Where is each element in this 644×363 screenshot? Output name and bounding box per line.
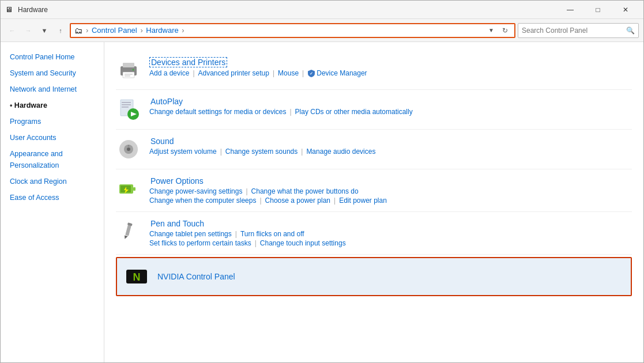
category-sound: Sound Adjust system volume | Change syst… (116, 130, 632, 169)
nvidia-row[interactable]: N NVIDIA Control Panel (116, 257, 632, 296)
devices-printers-title[interactable]: Devices and Printers (149, 57, 227, 67)
change-power-saving-link[interactable]: Change power-saving settings (149, 187, 242, 195)
svg-rect-10 (122, 107, 129, 108)
address-hardware[interactable]: Hardware (146, 26, 178, 35)
main-panel: Devices and Printers Add a device | Adva… (104, 42, 643, 362)
svg-rect-18 (133, 187, 135, 191)
window-icon: 🖥 (5, 5, 14, 14)
sidebar-item-ease-of-access[interactable]: Ease of Access (1, 190, 104, 206)
sep7: | (246, 187, 247, 195)
turn-flicks-link[interactable]: Turn flicks on and off (240, 230, 304, 238)
power-links-row2: Change when the computer sleeps | Choose… (149, 196, 632, 205)
address-dropdown-button[interactable]: ▼ (485, 25, 497, 36)
pen-touch-icon (116, 219, 141, 244)
change-default-link[interactable]: Change default settings for media or dev… (149, 108, 286, 116)
content: Control Panel Home System and Security N… (1, 42, 643, 362)
window: 🖥 Hardware — □ ✕ ← → ▼ ↑ 🗂 › Control Pan… (0, 0, 644, 363)
sep5: | (220, 148, 222, 156)
manage-audio-link[interactable]: Manage audio devices (306, 148, 375, 156)
sep1: | (193, 69, 194, 77)
back-button[interactable]: ← (5, 24, 19, 37)
sidebar-item-hardware[interactable]: Hardware (1, 97, 104, 114)
sep6: | (301, 148, 303, 156)
restore-button[interactable]: □ (585, 1, 611, 19)
advanced-printer-link[interactable]: Advanced printer setup (198, 69, 269, 77)
category-pen-touch: Pen and Touch Change tablet pen settings… (116, 212, 632, 255)
sep9: | (334, 196, 336, 205)
svg-point-15 (127, 148, 130, 151)
edit-power-plan-link[interactable]: Edit power plan (339, 196, 387, 205)
sound-title[interactable]: Sound (149, 137, 175, 146)
svg-rect-4 (125, 75, 130, 77)
svg-rect-9 (122, 104, 131, 105)
svg-rect-2 (123, 72, 134, 78)
power-buttons-link[interactable]: Change what the power buttons do (251, 187, 359, 195)
close-button[interactable]: ✕ (612, 1, 639, 19)
minimize-button[interactable]: — (557, 1, 583, 19)
window-title: Hardware (18, 6, 48, 14)
address-bar: 🗂 › Control Panel › Hardware › ▼ ↻ (70, 23, 515, 38)
sep11: | (255, 239, 257, 247)
change-sounds-link[interactable]: Change system sounds (225, 148, 297, 156)
sidebar-item-control-panel-home[interactable]: Control Panel Home (1, 49, 104, 65)
mouse-link[interactable]: Mouse (278, 69, 299, 77)
power-title[interactable]: Power Options (149, 176, 205, 186)
sidebar-item-programs[interactable]: Programs (1, 114, 104, 130)
sidebar-item-appearance[interactable]: Appearance and Personalization (1, 146, 104, 173)
touch-input-link[interactable]: Change touch input settings (260, 239, 346, 247)
sound-content: Sound Adjust system volume | Change syst… (149, 137, 632, 156)
add-device-link[interactable]: Add a device (149, 69, 189, 77)
search-input[interactable] (522, 27, 624, 35)
svg-text:N: N (133, 271, 141, 283)
choose-power-plan-link[interactable]: Choose a power plan (265, 196, 330, 205)
shield-icon: ✓ (307, 69, 315, 77)
svg-rect-3 (125, 74, 133, 75)
adjust-volume-link[interactable]: Adjust system volume (149, 148, 217, 156)
sidebar-item-system-security[interactable]: System and Security (1, 65, 104, 81)
tablet-pen-link[interactable]: Change tablet pen settings (149, 230, 232, 238)
svg-rect-1 (123, 63, 134, 67)
title-controls: — □ ✕ (557, 1, 639, 19)
device-manager-link[interactable]: Device Manager (317, 69, 367, 77)
svg-rect-8 (122, 102, 131, 103)
autoplay-content: AutoPlay Change default settings for med… (149, 97, 632, 116)
title-bar-left: 🖥 Hardware (5, 5, 48, 14)
nav-bar: ← → ▼ ↑ 🗂 › Control Panel › Hardware › ▼… (1, 19, 643, 42)
svg-marker-22 (123, 236, 127, 240)
sidebar-item-network-internet[interactable]: Network and Internet (1, 81, 104, 97)
svg-point-16 (128, 145, 130, 147)
devices-printers-icon (116, 57, 141, 82)
sep10: | (235, 230, 237, 238)
computer-sleeps-link[interactable]: Change when the computer sleeps (149, 196, 256, 205)
svg-text:✓: ✓ (310, 71, 313, 75)
address-refresh-button[interactable]: ↻ (499, 25, 511, 36)
category-autoplay: AutoPlay Change default settings for med… (116, 90, 632, 130)
pen-touch-links-row2: Set flicks to perform certain tasks | Ch… (149, 239, 632, 247)
power-icon (116, 176, 141, 202)
sidebar-item-clock-region[interactable]: Clock and Region (1, 173, 104, 190)
sidebar-item-user-accounts[interactable]: User Accounts (1, 130, 104, 146)
sidebar: Control Panel Home System and Security N… (1, 42, 104, 362)
pen-touch-content: Pen and Touch Change tablet pen settings… (149, 219, 632, 247)
power-content: Power Options Change power-saving settin… (149, 176, 632, 205)
play-cds-link[interactable]: Play CDs or other media automatically (295, 108, 413, 116)
sep4: | (289, 108, 291, 116)
up-button[interactable]: ↑ (54, 24, 67, 37)
dropdown-button[interactable]: ▼ (37, 24, 51, 37)
title-bar: 🖥 Hardware — □ ✕ (1, 1, 643, 19)
set-flicks-link[interactable]: Set flicks to perform certain tasks (149, 239, 251, 247)
sound-icon (116, 137, 141, 162)
autoplay-title[interactable]: AutoPlay (149, 97, 184, 106)
search-box: 🔍 (518, 23, 639, 38)
sound-links: Adjust system volume | Change system sou… (149, 148, 632, 156)
pen-touch-title[interactable]: Pen and Touch (149, 219, 205, 228)
address-path: › Control Panel › Hardware › (85, 26, 483, 35)
devices-printers-content: Devices and Printers Add a device | Adva… (149, 57, 632, 77)
autoplay-links: Change default settings for media or dev… (149, 108, 632, 116)
category-power: Power Options Change power-saving settin… (116, 169, 632, 212)
svg-point-5 (133, 69, 134, 71)
forward-button[interactable]: → (21, 24, 35, 37)
address-control-panel[interactable]: Control Panel (92, 26, 137, 35)
address-sep2: › (140, 26, 142, 35)
category-devices-printers: Devices and Printers Add a device | Adva… (116, 50, 632, 90)
